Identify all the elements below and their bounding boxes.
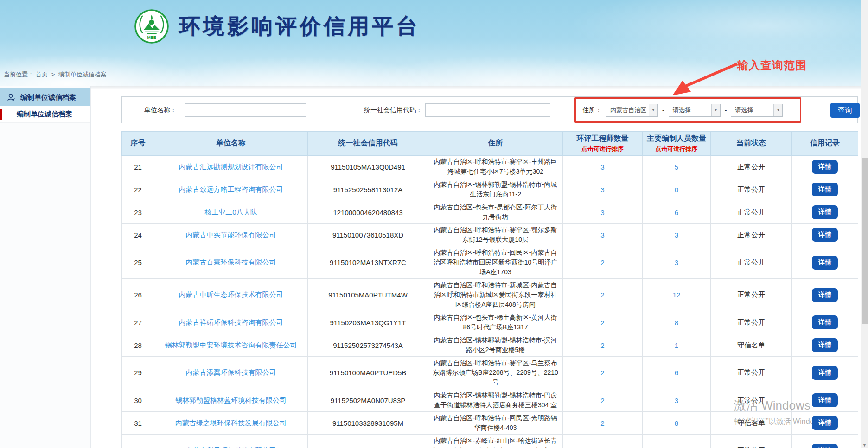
company-link[interactable]: 内蒙古汇远勘测规划设计有限公司	[179, 163, 283, 170]
results-table: 序号单位名称统一社会信用代码住所环评工程师数量点击可进行排序主要编制人员数量点击…	[121, 131, 858, 448]
credit-code-cell: 91150102MA13NTXR7C	[308, 246, 428, 279]
address-cell: 内蒙古自治区-呼和浩特市-新城区-内蒙古自治区呼和浩特市新城区爱民街东段一家村社…	[428, 279, 563, 311]
chevron-down-icon[interactable]: ▼	[773, 104, 782, 116]
status-text: 守信名单	[737, 419, 765, 427]
company-link[interactable]: 核工业二0八大队	[204, 208, 257, 216]
detail-button[interactable]: 详情	[812, 205, 838, 219]
breadcrumb-prefix: 当前位置：	[4, 71, 34, 78]
company-link[interactable]: 内蒙古添翼环保科技有限公司	[186, 368, 276, 376]
vertical-scrollbar[interactable]: ▼	[861, 0, 868, 448]
detail-button[interactable]: 详情	[812, 315, 838, 329]
engineer-count-link[interactable]: 2	[600, 291, 604, 299]
staff-count-link[interactable]: 3	[675, 397, 678, 404]
city-select[interactable]: 请选择 ▼	[669, 104, 721, 117]
staff-count-link[interactable]: 12	[673, 291, 681, 299]
credit-code: 9115010073610518XD	[332, 231, 403, 239]
scrollbar-down-arrow-icon[interactable]: ▼	[861, 443, 868, 448]
engineer-count-link[interactable]: 3	[600, 231, 604, 239]
credit-code: 91152502558113012A	[333, 186, 403, 194]
detail-button[interactable]: 详情	[812, 366, 838, 380]
address-cell: 内蒙古自治区-赤峰市-红山区-哈达街道长青街西段路南、昭乌达路以西天王国际酒店1…	[428, 435, 563, 448]
district-select[interactable]: 请选择 ▼	[731, 104, 783, 117]
sort-hint[interactable]: 点击可进行排序	[564, 145, 641, 153]
detail-button[interactable]: 详情	[812, 338, 838, 352]
staff-count-cell: 3	[643, 246, 711, 279]
staff-count-cell: 0	[643, 435, 711, 448]
province-select[interactable]: 内蒙古自治区 ▼	[606, 104, 658, 117]
sidebar-item-label: 编制单位诚信档案	[17, 110, 72, 119]
staff-count-link[interactable]: 8	[675, 319, 678, 327]
staff-count-link[interactable]: 3	[675, 231, 678, 239]
engineer-count-link[interactable]: 2	[600, 397, 604, 404]
detail-button[interactable]: 详情	[812, 160, 838, 174]
sidebar-item-credit-archive[interactable]: 编制单位诚信档案	[0, 106, 90, 123]
engineer-count-link[interactable]: 3	[600, 186, 604, 194]
credit-record-cell: 详情	[792, 357, 858, 389]
staff-count-link[interactable]: 5	[675, 163, 678, 171]
engineer-count-link[interactable]: 3	[600, 163, 604, 171]
row-index: 30	[134, 397, 142, 404]
detail-button[interactable]: 详情	[812, 183, 838, 196]
engineer-count-link[interactable]: 2	[600, 259, 604, 266]
engineer-count-link[interactable]: 2	[600, 319, 604, 327]
query-button[interactable]: 查询	[830, 103, 860, 118]
chevron-down-icon[interactable]: ▼	[649, 104, 657, 116]
credit-code-input[interactable]	[425, 103, 550, 117]
staff-count-link[interactable]: 1	[675, 341, 678, 349]
company-link[interactable]: 内蒙古祥砳环保科技咨询有限公司	[179, 318, 283, 326]
detail-button[interactable]: 详情	[812, 288, 838, 302]
sort-hint[interactable]: 点击可进行排序	[644, 145, 709, 153]
row-index: 25	[134, 259, 142, 266]
address-text: 内蒙古自治区-呼和浩特市-新城区-内蒙古自治区呼和浩特市新城区爱民街东段一家村社…	[434, 281, 557, 308]
breadcrumb: 当前位置：首页 > 编制单位诚信档案	[4, 70, 108, 79]
status-cell: 正常公开	[711, 389, 792, 412]
company-name-input[interactable]	[185, 103, 306, 117]
scrollbar-thumb[interactable]	[862, 158, 868, 324]
brand: MEE 环境影响评价信用平台	[134, 8, 420, 44]
chevron-down-icon[interactable]: ▼	[711, 104, 720, 116]
engineer-count-cell: 2	[563, 435, 643, 448]
engineer-count-cell: 2	[563, 311, 643, 334]
address-text: 内蒙古自治区-呼和浩特市-回民区-光明路锦华商住楼4-403	[434, 414, 557, 431]
credit-code-cell: 91150105MA13Q0D491	[308, 156, 428, 178]
engineer-count-cell: 2	[563, 412, 643, 435]
detail-button[interactable]: 详情	[812, 228, 838, 242]
detail-button[interactable]: 详情	[812, 416, 838, 430]
credit-code-cell: 9115010073610518XD	[308, 224, 428, 246]
staff-count-link[interactable]: 8	[675, 419, 678, 427]
staff-count-link[interactable]: 0	[675, 186, 678, 194]
engineer-count-link[interactable]: 3	[600, 208, 604, 216]
credit-code: 91150203MA13QG1Y1T	[330, 319, 406, 327]
column-header[interactable]: 环评工程师数量点击可进行排序	[563, 132, 643, 156]
engineer-count-cell: 3	[563, 224, 643, 246]
row-index-cell: 28	[122, 334, 154, 357]
company-link[interactable]: 锡林郭勒盟中安环境技术咨询有限责任公司	[165, 341, 297, 349]
detail-button[interactable]: 详情	[812, 393, 838, 407]
staff-count-link[interactable]: 6	[675, 208, 678, 216]
company-link[interactable]: 内蒙古利元环保科技有限公司	[186, 446, 276, 448]
sidebar-section-header[interactable]: 编制单位诚信档案	[0, 88, 90, 106]
company-link[interactable]: 内蒙古百霖环保科技有限公司	[186, 258, 276, 266]
breadcrumb-home-link[interactable]: 首页	[36, 71, 48, 78]
column-header[interactable]: 主要编制人员数量点击可进行排序	[643, 132, 711, 156]
engineer-count-link[interactable]: 2	[600, 419, 604, 427]
status-cell: 正常公开	[711, 201, 792, 224]
credit-code: 91152502573274543A	[333, 341, 403, 349]
company-link[interactable]: 锡林郭勒盟格林蓝环境科技有限公司	[175, 396, 287, 404]
table-row: 30锡林郭勒盟格林蓝环境科技有限公司91152502MA0N07U83P内蒙古自…	[122, 389, 858, 412]
detail-button[interactable]: 详情	[812, 444, 838, 448]
company-link[interactable]: 内蒙古绿之垠环保科技发展有限公司	[175, 419, 287, 427]
credit-code-cell: 91152502558113012A	[308, 178, 428, 201]
company-link[interactable]: 内蒙古致远方略工程咨询有限公司	[179, 185, 283, 193]
staff-count-cell: 12	[643, 279, 711, 311]
detail-button[interactable]: 详情	[812, 256, 838, 270]
company-link[interactable]: 内蒙古中昕生态环保技术有限公司	[179, 290, 283, 298]
engineer-count-link[interactable]: 2	[600, 369, 604, 377]
credit-code: 91150105MA0PTUTM4W	[328, 291, 408, 299]
column-header-label: 统一社会信用代码	[338, 139, 398, 147]
staff-count-link[interactable]: 3	[675, 259, 678, 266]
table-row: 32内蒙古利元环保科技有限公司91150402MAC48CPJ3B内蒙古自治区-…	[122, 435, 858, 448]
company-link[interactable]: 内蒙古中实节能环保有限公司	[186, 231, 276, 239]
engineer-count-link[interactable]: 2	[600, 341, 604, 349]
staff-count-link[interactable]: 6	[675, 369, 678, 377]
